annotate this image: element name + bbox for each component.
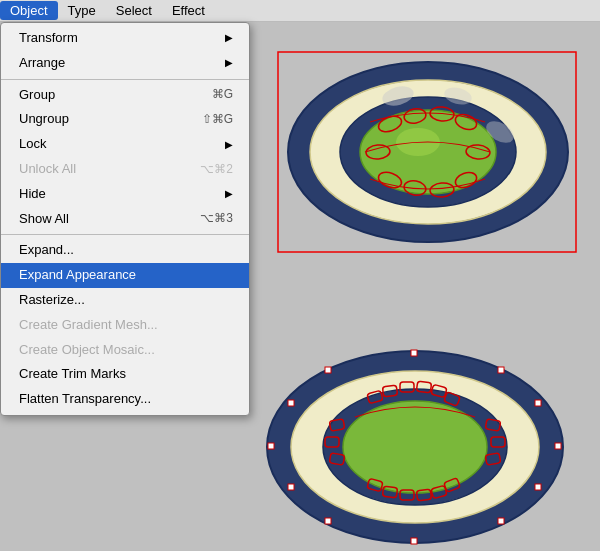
menu-item-create-object-mosaic: Create Object Mosaic...: [1, 338, 249, 363]
menu-item-group[interactable]: Group ⌘G: [1, 83, 249, 108]
submenu-arrow: ▶: [225, 30, 233, 46]
dropdown-menu: Transform ▶ Arrange ▶ Group ⌘G Ungroup ⇧…: [0, 22, 250, 416]
submenu-arrow: ▶: [225, 137, 233, 153]
menu-item-hide[interactable]: Hide ▶: [1, 182, 249, 207]
svg-rect-50: [288, 400, 294, 406]
svg-rect-47: [535, 484, 541, 490]
artwork-top: [270, 44, 585, 264]
menu-effect[interactable]: Effect: [162, 1, 215, 20]
svg-rect-44: [268, 443, 274, 449]
svg-rect-41: [411, 350, 417, 356]
menu-item-flatten-transparency[interactable]: Flatten Transparency...: [1, 387, 249, 412]
separator-1: [1, 79, 249, 80]
menu-item-lock[interactable]: Lock ▶: [1, 132, 249, 157]
svg-rect-49: [325, 367, 331, 373]
svg-rect-45: [498, 367, 504, 373]
submenu-arrow: ▶: [225, 186, 233, 202]
menu-item-show-all[interactable]: Show All ⌥⌘3: [1, 207, 249, 232]
svg-rect-46: [535, 400, 541, 406]
artwork-bottom: [250, 332, 580, 551]
menu-select[interactable]: Select: [106, 1, 162, 20]
submenu-arrow: ▶: [225, 55, 233, 71]
svg-rect-42: [555, 443, 561, 449]
svg-rect-52: [325, 518, 331, 524]
menu-item-create-gradient-mesh: Create Gradient Mesh...: [1, 313, 249, 338]
menu-type[interactable]: Type: [58, 1, 106, 20]
menu-item-ungroup[interactable]: Ungroup ⇧⌘G: [1, 107, 249, 132]
svg-rect-48: [498, 518, 504, 524]
menu-item-expand-appearance[interactable]: Expand Appearance: [1, 263, 249, 288]
menu-item-unlock-all: Unlock All ⌥⌘2: [1, 157, 249, 182]
menu-item-create-trim-marks[interactable]: Create Trim Marks: [1, 362, 249, 387]
menu-item-arrange[interactable]: Arrange ▶: [1, 51, 249, 76]
menu-item-expand[interactable]: Expand...: [1, 238, 249, 263]
menu-object[interactable]: Object: [0, 1, 58, 20]
menu-item-rasterize[interactable]: Rasterize...: [1, 288, 249, 313]
svg-point-22: [343, 401, 487, 493]
menu-bar: Object Type Select Effect: [0, 0, 600, 22]
svg-rect-51: [288, 484, 294, 490]
svg-rect-43: [411, 538, 417, 544]
separator-2: [1, 234, 249, 235]
menu-item-transform[interactable]: Transform ▶: [1, 26, 249, 51]
